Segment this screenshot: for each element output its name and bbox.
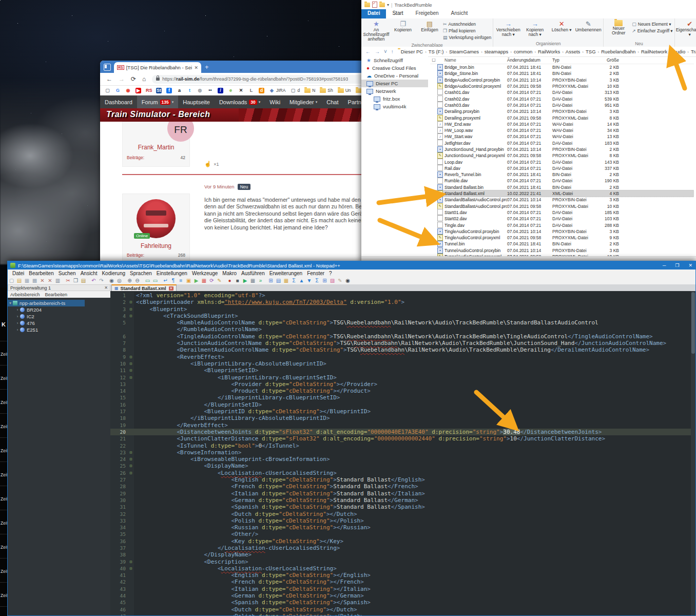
file-row[interactable]: ✎TingleAudioControl.proxyxml07.04.2021 0… — [430, 235, 694, 241]
ribbon-tab-start[interactable]: Start — [386, 9, 409, 18]
sitenav-item-downloads[interactable]: Downloads30▾ — [215, 95, 265, 108]
code-line-current[interactable]: 20 <DistancebetweenJoints d:type="sFloat… — [110, 429, 695, 435]
code-line[interactable]: 25⊟ <DisplayName> — [110, 463, 695, 469]
bookmark-item[interactable]: ◉ — [125, 88, 131, 93]
bookmark-item[interactable]: L — [248, 88, 254, 93]
toolbar-icon[interactable]: ▦ — [23, 277, 31, 284]
reload-icon[interactable]: ⟳ — [131, 75, 136, 83]
breadcrumb-segment[interactable]: RailWorks — [538, 49, 560, 54]
file-checkbox[interactable]: ☑ — [430, 191, 437, 196]
bookmark-item[interactable]: ▢ — [105, 88, 110, 93]
restore-button[interactable]: ❐ — [675, 263, 679, 268]
home-icon[interactable]: ⌂ — [142, 75, 146, 83]
scrollbar-thumb[interactable] — [691, 292, 695, 354]
workspace-root-node[interactable]: ▾npp-arbeitsbereich-ts — [8, 300, 85, 306]
bookmark-item[interactable]: RS — [146, 88, 151, 93]
notepad-menu-erweiterungen[interactable]: Erweiterungen — [269, 271, 302, 276]
notepad-menu-werkzeuge[interactable]: Werkzeuge — [192, 271, 218, 276]
bookmark-folder[interactable]: Sh — [320, 88, 333, 93]
fold-marker[interactable]: ⊟ — [128, 306, 134, 313]
file-row[interactable]: ✎JunctionSound_Hand.proxyxml07.04.2021 0… — [430, 152, 694, 159]
file-row[interactable]: ▪TingleAudioControl.proxybin07.04.2021 1… — [430, 228, 694, 235]
collapse-icon[interactable]: › — [15, 307, 20, 312]
toolbar-icon[interactable]: » — [257, 277, 264, 284]
menu-bearbeiten[interactable]: Bearbeiten — [45, 292, 68, 297]
toolbar-icon[interactable]: ⊞ — [267, 277, 275, 284]
fold-marker[interactable]: ⊟ — [128, 559, 134, 565]
code-line[interactable]: 37 </Localisation-cUserLocalisedString> — [110, 545, 695, 551]
project-node-476[interactable]: ›476 — [8, 320, 110, 326]
code-line[interactable]: 16 </BlueprintSetID> — [110, 401, 695, 408]
back-icon[interactable]: ← — [365, 49, 371, 54]
code-line[interactable]: 6 <TingleAudioControlName d:type="cDelta… — [110, 333, 695, 340]
project-node-e251[interactable]: ›E251 — [8, 326, 110, 333]
code-line[interactable]: 38 </DisplayName> — [110, 551, 695, 558]
file-row[interactable]: ▪Bridge_Iron.bin07.04.2021 18:41BIN-Date… — [430, 64, 694, 70]
bookmark-item[interactable]: St — [156, 88, 162, 93]
toolbar-icon[interactable]: ◉ — [344, 277, 352, 284]
breadcrumb-segment[interactable]: TS (F:) — [429, 49, 444, 54]
properties-icon[interactable] — [372, 2, 377, 8]
fold-marker[interactable]: ⊟ — [128, 313, 134, 319]
ribbon-button[interactable]: →Kopieren nach ▾ — [521, 20, 548, 41]
file-row[interactable]: Tingle.dav07.04.2014 07:21DAV-Datei288 K… — [430, 222, 694, 228]
file-row[interactable]: ▪TunnelAudioControl.proxybin07.04.2021 1… — [430, 247, 694, 254]
ribbon-button[interactable]: ❐Kopieren — [390, 20, 416, 42]
fold-marker[interactable]: ⊟ — [128, 565, 134, 572]
notepad-menu-bearbeiten[interactable]: Bearbeiten — [29, 271, 53, 276]
file-row[interactable]: ▪Derailing.proxybin07.04.2021 10:14PROXY… — [430, 108, 694, 114]
file-row[interactable]: ▪JunctionSound_Hand.proxybin07.04.2021 1… — [430, 146, 694, 152]
select-all-checkbox[interactable]: ☐ — [430, 58, 437, 63]
post2-avatar[interactable] — [137, 199, 176, 238]
fold-marker[interactable]: ⊟ — [128, 360, 134, 367]
file-row[interactable]: ♪HW_Start.wav07.04.2014 07:21WAV-Datei13… — [430, 133, 694, 140]
file-row[interactable]: Crash02.dav07.04.2014 07:21DAV-Datei539 … — [430, 95, 694, 102]
notepad-menu-sprachen[interactable]: Sprachen — [130, 271, 152, 276]
toolbar-icon[interactable]: ✎ — [216, 277, 223, 284]
editor-tab[interactable]: ▦ Standard Ballast.xml ✕ — [111, 284, 177, 291]
ribbon-button[interactable]: ★An Schnellzugriff anheften — [363, 20, 390, 42]
sitenav-item-hauptseite[interactable]: Hauptseite — [178, 95, 215, 108]
code-line[interactable]: 17 <BlueprintID d:type="cDeltaString"></… — [110, 408, 695, 415]
breadcrumb-segment[interactable]: common — [514, 49, 532, 54]
notepad-menu-ansicht[interactable]: Ansicht — [81, 271, 98, 276]
file-row[interactable]: ♪HW_Loop.wav07.04.2014 07:21WAV-Datei34 … — [430, 127, 694, 133]
bookmark-item[interactable]: e — [228, 88, 234, 93]
toolbar-icon[interactable]: ▦ — [200, 277, 208, 284]
code-line[interactable]: 44 <German d:type="cDeltaString"></Germa… — [110, 592, 695, 599]
notepad-menu-ausführen[interactable]: Ausführen — [241, 271, 265, 276]
notepad-menu-makro[interactable]: Makro — [222, 271, 237, 276]
forward-icon[interactable]: → — [119, 75, 125, 83]
panel-close-icon[interactable]: ✕ — [104, 285, 108, 290]
ribbon-button[interactable]: ❐Pfad kopieren — [443, 27, 491, 34]
sidebar-item-fritz-box[interactable]: fritz.box — [361, 95, 428, 103]
editor-scrollbar[interactable] — [691, 291, 695, 615]
toolbar-icon[interactable]: ▩ — [31, 277, 38, 284]
toolbar-icon[interactable]: ⊖ — [133, 277, 141, 284]
toolbar-icon[interactable]: ▭ — [144, 277, 151, 284]
code-line[interactable]: 34 <Russian d:type="cDeltaString"></Russ… — [110, 524, 695, 531]
code-line[interactable]: 13 <Provider d:type="cDeltaString"></Pro… — [110, 381, 695, 388]
sidebar-item-dieser-pc[interactable]: Dieser PC — [361, 80, 428, 87]
code-line[interactable]: 12⊟ <iBlueprintLibrary-cBlueprintSetID> — [110, 374, 695, 381]
toolbar-icon[interactable]: Σ — [290, 277, 298, 284]
file-row[interactable]: Loop.dav07.04.2014 07:21DAV-Datei143 KB — [430, 159, 694, 165]
file-row[interactable]: ☑✎Standard Ballast.xml10.02.2022 21:41XM… — [430, 190, 694, 197]
code-line[interactable]: 9⊟ <ReverbEffect> — [110, 354, 695, 360]
file-row[interactable]: ✎BridgeAudioControl.proxyxml07.04.2021 0… — [430, 83, 694, 89]
ribbon-button[interactable]: ✔Eigenschaften ▾ — [676, 20, 696, 41]
bookmark-folder[interactable]: ◈JIRA — [269, 88, 285, 93]
fold-marker[interactable]: ⊟ — [128, 354, 134, 360]
toolbar-icon[interactable]: ▦ — [249, 277, 257, 284]
post1-avatar[interactable]: FR — [167, 122, 194, 142]
code-line[interactable]: 40⊟ <Localisation-cUserLocalisedString> — [110, 565, 695, 572]
code-line[interactable]: 36 <Key d:type="cDeltaString"></Key> — [110, 538, 695, 545]
toolbar-icon[interactable]: ▶ — [241, 277, 249, 284]
toolbar-icon[interactable]: ⟳ — [208, 277, 216, 284]
toolbar-icon[interactable]: ■ — [234, 277, 241, 284]
toolbar-icon[interactable]: ▣ — [185, 277, 192, 284]
file-row[interactable]: Start01.dav07.04.2014 07:21DAV-Datei185 … — [430, 209, 694, 216]
toolbar-icon[interactable]: ▲ — [298, 277, 305, 284]
toolbar-icon[interactable]: ▥ — [54, 277, 62, 284]
file-list-header[interactable]: ☐ Name Änderungsdatum Typ Größe — [430, 56, 694, 64]
